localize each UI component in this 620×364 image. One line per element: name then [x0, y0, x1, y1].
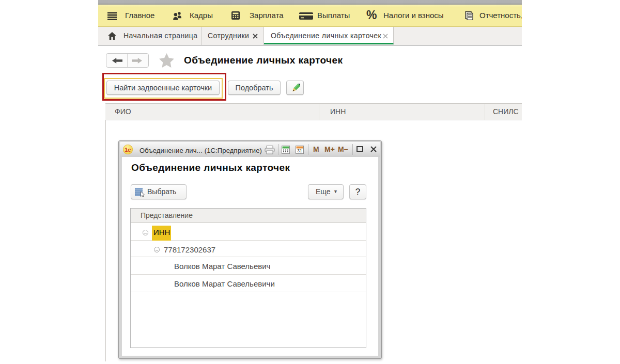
svg-text:31: 31	[297, 148, 302, 153]
svg-text:1с: 1с	[125, 147, 131, 153]
